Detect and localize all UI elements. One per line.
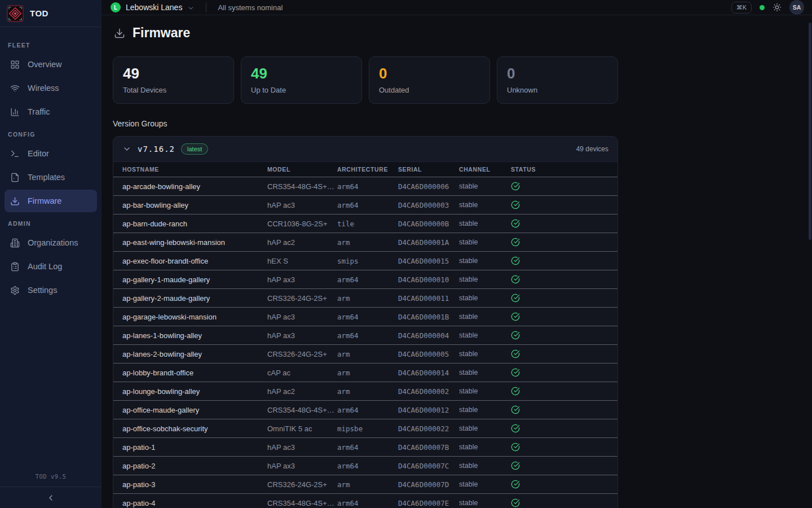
cell-model: OmniTIK 5 ac — [267, 424, 337, 433]
scrollbar[interactable] — [809, 23, 811, 240]
org-badge: L — [111, 2, 121, 12]
table-row[interactable]: ap-patio-3 CRS326-24G-2S+ arm D4CA6D0000… — [113, 475, 617, 493]
cell-channel: stable — [459, 275, 511, 283]
sidebar-item-firmware[interactable]: Firmware — [5, 190, 97, 212]
cell-architecture: arm64 — [337, 201, 398, 209]
cell-serial: D4CA6D00007B — [398, 443, 459, 452]
cell-serial: D4CA6D000010 — [398, 275, 459, 284]
cell-serial: D4CA6D000003 — [398, 201, 459, 209]
table-row[interactable]: ap-barn-dude-ranch CCR1036-8G-2S+ tile D… — [113, 214, 617, 233]
cell-hostname: ap-bar-bowling-alley — [122, 201, 267, 209]
topbar-right: ⌘K SA — [731, 0, 804, 15]
check-circle-icon — [511, 238, 520, 247]
table-row[interactable]: ap-gallery-2-maude-gallery CRS326-24G-2S… — [113, 288, 617, 307]
cell-status — [511, 312, 608, 321]
table-row[interactable]: ap-east-wing-lebowski-mansion hAP ac2 ar… — [113, 233, 617, 251]
sidebar-collapse-button[interactable] — [0, 487, 102, 508]
column-header-serial: SERIAL — [398, 166, 459, 173]
check-circle-icon — [511, 368, 520, 377]
cell-model: hAP ac2 — [267, 387, 337, 396]
nav-section: CONFIG Editor Templates Firmware — [0, 124, 102, 212]
column-header-model: MODEL — [267, 166, 337, 173]
cell-serial: D4CA6D000005 — [398, 350, 459, 358]
table-row[interactable]: ap-garage-lebowski-mansion hAP ac3 arm64… — [113, 307, 617, 326]
table-row[interactable]: ap-patio-2 hAP ax3 arm64 D4CA6D00007C st… — [113, 456, 617, 475]
table-row[interactable]: ap-patio-1 hAP ac3 arm64 D4CA6D00007B st… — [113, 437, 617, 456]
cell-serial: D4CA6D00007D — [398, 480, 459, 489]
sun-icon[interactable] — [773, 3, 782, 12]
cell-hostname: ap-arcade-bowling-alley — [122, 182, 267, 191]
cell-model: hAP ac3 — [267, 443, 337, 452]
table-row[interactable]: ap-bar-bowling-alley hAP ac3 arm64 D4CA6… — [113, 195, 617, 214]
app-window: TOD FLEET Overview Wireless Traffic CONF… — [0, 0, 812, 508]
check-circle-icon — [511, 443, 520, 452]
online-status-dot — [760, 5, 765, 10]
sidebar-item-label: Settings — [28, 286, 57, 295]
nav-section-items: Organizations Audit Log Settings — [0, 231, 102, 301]
cell-hostname: ap-gallery-2-maude-gallery — [122, 294, 267, 303]
cell-architecture: arm — [337, 294, 398, 303]
table-body: ap-arcade-bowling-alley CRS354-48G-4S+… … — [113, 177, 617, 508]
cell-channel: stable — [459, 369, 511, 376]
check-circle-icon — [511, 349, 520, 358]
cell-model: CCR1036-8G-2S+ — [267, 220, 337, 228]
table-row[interactable]: ap-office-maude-gallery CRS354-48G-4S+… … — [113, 400, 617, 419]
table-row[interactable]: ap-lobby-brandt-office cAP ac arm D4CA6D… — [113, 363, 617, 382]
topbar: L Lebowski Lanes All systems nominal ⌘K … — [102, 0, 812, 15]
page-title-row: Firmware — [113, 25, 618, 41]
stat-card: 0 Unknown — [497, 56, 618, 104]
table-row[interactable]: ap-lanes-2-bowling-alley CRS326-24G-2S+ … — [113, 344, 617, 363]
sidebar-item-audit-log[interactable]: Audit Log — [5, 255, 97, 278]
cell-model: CRS326-24G-2S+ — [267, 480, 337, 489]
sidebar-item-settings[interactable]: Settings — [5, 279, 97, 301]
chevron-down-icon[interactable] — [122, 144, 131, 154]
cell-architecture: arm — [337, 369, 398, 377]
sidebar-item-editor[interactable]: Editor — [5, 142, 97, 165]
table-row[interactable]: ap-patio-4 CRS354-48G-4S+… arm64 D4CA6D0… — [113, 493, 617, 508]
cell-architecture: tile — [337, 220, 398, 228]
cell-model: CRS354-48G-4S+… — [267, 182, 337, 191]
table-row[interactable]: ap-gallery-1-maude-gallery hAP ax3 arm64… — [113, 270, 617, 288]
sidebar-item-organizations[interactable]: Organizations — [5, 231, 97, 254]
table-row[interactable]: ap-exec-floor-brandt-office hEX S smips … — [113, 251, 617, 270]
stat-card: 0 Outdated — [369, 56, 490, 104]
sidebar-item-wireless[interactable]: Wireless — [5, 77, 97, 99]
check-circle-icon — [511, 461, 520, 470]
cell-architecture: arm64 — [337, 275, 398, 284]
clipboard-icon — [10, 262, 20, 271]
stat-label: Outdated — [379, 86, 480, 94]
cell-serial: D4CA6D000015 — [398, 257, 459, 265]
table-row[interactable]: ap-office-sobchak-security OmniTIK 5 ac … — [113, 419, 617, 437]
cell-hostname: ap-east-wing-lebowski-mansion — [122, 238, 267, 247]
cell-hostname: ap-exec-floor-brandt-office — [122, 257, 267, 265]
sidebar-item-traffic[interactable]: Traffic — [5, 100, 97, 123]
page-content: Firmware 49 Total Devices 49 Up to Date … — [102, 15, 618, 508]
check-circle-icon — [511, 331, 520, 340]
column-header-status: STATUS — [511, 166, 608, 173]
terminal-icon — [10, 149, 20, 159]
cell-status — [511, 405, 608, 414]
cell-model: hAP ax3 — [267, 275, 337, 284]
cell-architecture: mipsbe — [337, 424, 398, 433]
table-row[interactable]: ap-lanes-1-bowling-alley hAP ax3 arm64 D… — [113, 326, 617, 344]
table-row[interactable]: ap-lounge-bowling-alley hAP ac2 arm D4CA… — [113, 382, 617, 400]
sidebar-item-overview[interactable]: Overview — [5, 53, 97, 76]
command-palette-shortcut[interactable]: ⌘K — [731, 2, 752, 14]
stat-label: Up to Date — [251, 86, 352, 94]
version-group-header[interactable]: v7.16.2 latest 49 devices — [113, 137, 617, 161]
cell-status — [511, 275, 608, 284]
org-switcher[interactable]: L Lebowski Lanes — [111, 2, 195, 12]
table-header: HOSTNAMEMODELARCHITECTURESERIALCHANNELST… — [113, 161, 617, 177]
user-avatar[interactable]: SA — [789, 0, 804, 15]
check-circle-icon — [511, 480, 520, 489]
cell-serial: D4CA6D00007C — [398, 462, 459, 470]
cell-hostname: ap-gallery-1-maude-gallery — [122, 275, 267, 284]
sidebar-footer: TOD v9.5 — [0, 470, 102, 508]
sidebar-item-label: Wireless — [28, 84, 59, 93]
sidebar-item-templates[interactable]: Templates — [5, 166, 97, 189]
table-row[interactable]: ap-arcade-bowling-alley CRS354-48G-4S+… … — [113, 177, 617, 195]
sidebar: TOD FLEET Overview Wireless Traffic CONF… — [0, 0, 102, 508]
cell-model: CRS326-24G-2S+ — [267, 350, 337, 358]
cell-channel: stable — [459, 220, 511, 227]
cell-architecture: arm64 — [337, 406, 398, 414]
